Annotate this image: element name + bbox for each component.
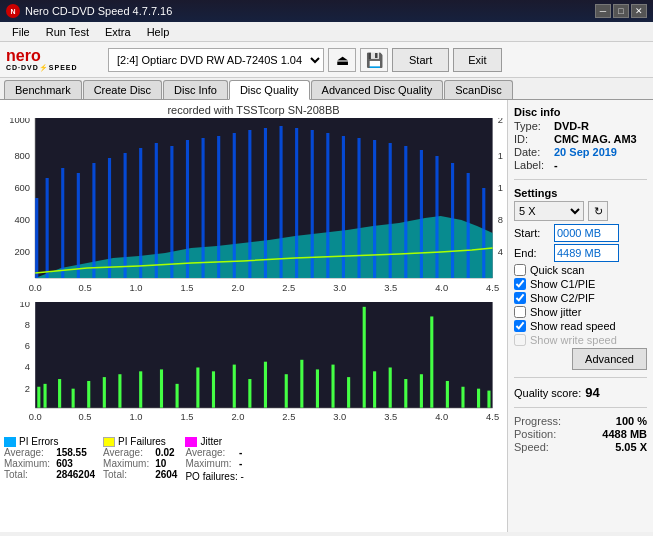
divider-1 <box>514 179 647 180</box>
minimize-button[interactable]: ─ <box>595 4 611 18</box>
window-controls: ─ □ ✕ <box>595 4 647 18</box>
tab-disc-info[interactable]: Disc Info <box>163 80 228 99</box>
refresh-button[interactable]: ↻ <box>588 201 608 221</box>
drive-select[interactable]: [2:4] Optiarc DVD RW AD-7240S 1.04 <box>108 48 324 72</box>
svg-rect-25 <box>202 138 205 278</box>
close-button[interactable]: ✕ <box>631 4 647 18</box>
svg-rect-77 <box>316 369 319 408</box>
svg-rect-71 <box>212 371 215 408</box>
tab-create-disc[interactable]: Create Disc <box>83 80 162 99</box>
svg-rect-31 <box>295 128 298 278</box>
svg-text:400: 400 <box>14 215 30 225</box>
svg-text:8: 8 <box>25 320 30 330</box>
svg-text:0.5: 0.5 <box>79 413 92 423</box>
show-write-speed-checkbox[interactable] <box>514 334 526 346</box>
jitter-avg: - <box>239 447 244 458</box>
svg-rect-35 <box>357 138 360 278</box>
eject-button[interactable]: ⏏ <box>328 48 356 72</box>
menu-help[interactable]: Help <box>139 24 178 40</box>
show-jitter-label: Show jitter <box>530 306 581 318</box>
pi-failures-max-label: Maximum: <box>103 458 149 469</box>
app-icon: N <box>6 4 20 18</box>
menu-extra[interactable]: Extra <box>97 24 139 40</box>
svg-rect-80 <box>363 307 366 408</box>
svg-rect-36 <box>373 140 376 278</box>
main-content: recorded with TSSTcorp SN-208BB 1000 800… <box>0 100 653 532</box>
jitter-max: - <box>239 458 244 469</box>
pi-errors-max-label: Maximum: <box>4 458 50 469</box>
svg-rect-27 <box>233 133 236 278</box>
toolbar: nero CD·DVD⚡SPEED [2:4] Optiarc DVD RW A… <box>0 42 653 78</box>
svg-text:4.5: 4.5 <box>486 413 499 423</box>
svg-rect-82 <box>389 367 392 407</box>
disc-id-value: CMC MAG. AM3 <box>554 133 637 145</box>
tab-scan-disc[interactable]: ScanDisc <box>444 80 512 99</box>
svg-rect-60 <box>37 387 40 408</box>
start-button[interactable]: Start <box>392 48 449 72</box>
show-write-speed-label: Show write speed <box>530 334 617 346</box>
maximize-button[interactable]: □ <box>613 4 629 18</box>
quality-score-row: Quality score: 94 <box>514 385 647 400</box>
speed-select[interactable]: 5 X1 X2 X4 X8 XMax <box>514 201 584 221</box>
menu-run-test[interactable]: Run Test <box>38 24 97 40</box>
svg-rect-29 <box>264 128 267 278</box>
svg-rect-79 <box>347 377 350 408</box>
svg-rect-73 <box>248 379 251 408</box>
svg-rect-88 <box>477 389 480 408</box>
save-button[interactable]: 💾 <box>360 48 388 72</box>
svg-rect-87 <box>461 387 464 408</box>
svg-rect-72 <box>233 365 236 408</box>
pi-errors-label: PI Errors <box>19 436 58 447</box>
nero-logo-text: nero <box>6 48 41 64</box>
end-input[interactable] <box>554 244 619 262</box>
svg-text:0.0: 0.0 <box>29 283 42 293</box>
svg-rect-67 <box>139 371 142 408</box>
chart-title: recorded with TSSTcorp SN-208BB <box>4 104 503 116</box>
show-read-speed-checkbox[interactable] <box>514 320 526 332</box>
show-jitter-row: Show jitter <box>514 306 647 318</box>
position-label: Position: <box>514 428 556 440</box>
svg-rect-85 <box>430 316 433 407</box>
advanced-button[interactable]: Advanced <box>572 348 647 370</box>
svg-text:2.0: 2.0 <box>231 413 244 423</box>
svg-rect-64 <box>87 381 90 408</box>
svg-rect-68 <box>160 369 163 408</box>
disc-date-label: Date: <box>514 146 554 158</box>
tab-disc-quality[interactable]: Disc Quality <box>229 80 310 100</box>
upper-chart: 1000 800 600 400 200 20 16 12 8 4 <box>4 118 503 298</box>
start-input[interactable] <box>554 224 619 242</box>
window-title: Nero CD-DVD Speed 4.7.7.16 <box>25 5 595 17</box>
svg-text:1.5: 1.5 <box>180 283 193 293</box>
svg-text:1.5: 1.5 <box>180 413 193 423</box>
svg-text:0.5: 0.5 <box>79 283 92 293</box>
disc-type-value: DVD-R <box>554 120 589 132</box>
tab-benchmark[interactable]: Benchmark <box>4 80 82 99</box>
svg-rect-17 <box>77 173 80 278</box>
svg-rect-26 <box>217 136 220 278</box>
svg-text:16: 16 <box>498 151 503 161</box>
svg-rect-16 <box>61 168 64 278</box>
show-c2-checkbox[interactable] <box>514 292 526 304</box>
show-read-speed-label: Show read speed <box>530 320 616 332</box>
svg-rect-70 <box>196 367 199 407</box>
divider-2 <box>514 377 647 378</box>
tab-advanced-disc-quality[interactable]: Advanced Disc Quality <box>311 80 444 99</box>
exit-button[interactable]: Exit <box>453 48 501 72</box>
chart-area: recorded with TSSTcorp SN-208BB 1000 800… <box>0 100 508 532</box>
svg-text:1.0: 1.0 <box>130 413 143 423</box>
show-c1-checkbox[interactable] <box>514 278 526 290</box>
svg-rect-41 <box>451 163 454 278</box>
legend-pi-failures: PI Failures Average: 0.02 Maximum: 10 To… <box>103 436 177 482</box>
pi-failures-avg-label: Average: <box>103 447 149 458</box>
svg-text:2.5: 2.5 <box>282 283 295 293</box>
show-read-speed-row: Show read speed <box>514 320 647 332</box>
svg-rect-21 <box>139 148 142 278</box>
show-jitter-checkbox[interactable] <box>514 306 526 318</box>
position-row: Position: 4488 MB <box>514 428 647 440</box>
settings-section: Settings 5 X1 X2 X4 X8 XMax ↻ Start: End… <box>514 187 647 370</box>
svg-rect-20 <box>124 153 127 278</box>
title-bar: N Nero CD-DVD Speed 4.7.7.16 ─ □ ✕ <box>0 0 653 22</box>
po-failures-value: - <box>240 471 243 482</box>
menu-file[interactable]: File <box>4 24 38 40</box>
quick-scan-checkbox[interactable] <box>514 264 526 276</box>
